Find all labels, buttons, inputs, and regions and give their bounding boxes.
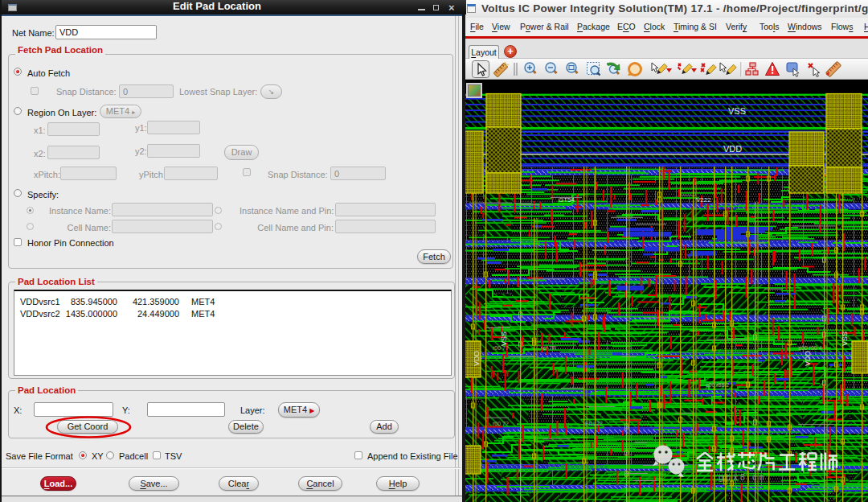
svg-text:gbx8.cn: gbx8.cn (719, 472, 767, 482)
svg-text:VDD: VDD (723, 144, 742, 154)
svg-text:VDD: VDD (804, 350, 812, 366)
svg-text:VDD: VDD (473, 350, 481, 366)
svg-text:FILL22: FILL22 (585, 421, 603, 426)
svg-text:VSS: VSS (841, 331, 849, 346)
svg-text:VSS: VSS (500, 331, 508, 346)
svg-text:c00 r88 2: c00 r88 2 (706, 382, 729, 388)
svg-text:ref 7R: ref 7R (541, 345, 556, 351)
svg-text:V222: V222 (696, 196, 711, 204)
svg-text:e00 r00 4: e00 r00 4 (798, 345, 822, 351)
svg-text:GT54: GT54 (559, 196, 575, 204)
svg-text:r00 7?: r00 7? (493, 421, 509, 426)
svg-text:VSS: VSS (728, 106, 746, 116)
